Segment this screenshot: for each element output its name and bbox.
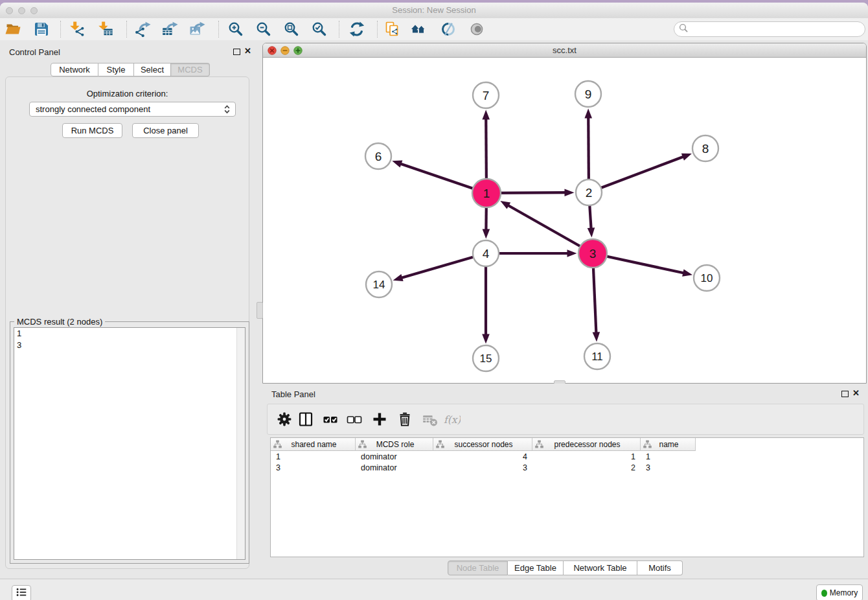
search-field[interactable]: [674, 21, 865, 37]
edge-2-8[interactable]: [589, 157, 684, 192]
table-cell[interactable]: 3: [433, 463, 532, 474]
memory-label: Memory: [830, 588, 858, 597]
zoom-out-icon[interactable]: [255, 20, 273, 38]
zoom-in-icon[interactable]: [227, 20, 245, 38]
export-image-icon[interactable]: [188, 20, 206, 38]
settings-gear-icon[interactable]: [275, 410, 294, 428]
export-network-icon[interactable]: [133, 20, 152, 38]
table-panel-title: Table Panel: [271, 389, 315, 399]
graph-node-10[interactable]: 10: [694, 265, 720, 291]
tab-select[interactable]: Select: [134, 63, 171, 76]
vertical-splitter-handle[interactable]: [257, 302, 263, 319]
table-cell[interactable]: 1: [532, 452, 641, 463]
new-network-from-selection-icon[interactable]: [383, 20, 402, 38]
edge-arrowhead: [393, 274, 404, 281]
column-header-name[interactable]: name: [641, 438, 696, 451]
edge-arrowhead: [681, 154, 692, 161]
graph-node-2[interactable]: 2: [576, 179, 602, 205]
edge-arrowhead: [392, 161, 402, 168]
edge-arrowhead: [682, 269, 692, 276]
criterion-dropdown[interactable]: strongly connected component: [29, 102, 236, 117]
column-header-MCDS-role[interactable]: MCDS role: [356, 438, 433, 451]
mcds-result-item[interactable]: 1: [14, 328, 245, 340]
mcds-result-list[interactable]: 13: [14, 327, 246, 560]
table-cell[interactable]: 3: [271, 463, 356, 474]
table-cell[interactable]: dominator: [356, 463, 433, 474]
column-header-shared-name[interactable]: shared name: [271, 438, 356, 451]
select-all-icon[interactable]: [321, 410, 340, 428]
close-panel-button[interactable]: Close panel: [132, 123, 199, 138]
toolbar-divider: [60, 21, 61, 38]
save-session-icon[interactable]: [32, 20, 51, 38]
tab-mcds[interactable]: MCDS: [171, 63, 210, 76]
tab-style[interactable]: Style: [98, 63, 134, 76]
show-graphics-details-icon[interactable]: [468, 20, 486, 38]
graph-node-3[interactable]: 3: [578, 239, 607, 268]
edge-arrowhead: [584, 108, 592, 118]
refresh-icon[interactable]: [348, 20, 366, 38]
graph-node-9[interactable]: 9: [575, 81, 601, 107]
table-cell[interactable]: 4: [433, 452, 532, 463]
graph-node-11[interactable]: 11: [584, 343, 610, 369]
table-cell[interactable]: 2: [532, 463, 641, 474]
svg-text:7: 7: [483, 89, 490, 102]
toolbar-divider: [218, 21, 219, 38]
export-table-icon[interactable]: [161, 20, 179, 38]
network-view-window: scc.txt 7968124314101511: [262, 43, 867, 384]
column-header-predecessor-nodes[interactable]: predecessor nodes: [532, 438, 641, 451]
network-window-title: scc.txt: [263, 45, 866, 55]
graph-node-14[interactable]: 14: [366, 271, 392, 297]
table-cell[interactable]: 1: [271, 452, 356, 463]
result-scrollbar[interactable]: [236, 328, 245, 559]
search-input[interactable]: [689, 23, 865, 36]
svg-text:15: 15: [480, 352, 492, 365]
table-cell[interactable]: 1: [641, 452, 696, 463]
svg-text:1: 1: [483, 187, 490, 200]
mcds-result-item[interactable]: 3: [14, 340, 245, 351]
tab-node-table[interactable]: Node Table: [448, 560, 508, 575]
dropdown-spinner-icon: [222, 104, 233, 117]
table-row[interactable]: 3dominator323: [271, 463, 696, 474]
svg-text:2: 2: [586, 186, 593, 200]
column-header-successor-nodes[interactable]: successor nodes: [433, 438, 532, 451]
close-panel-icon[interactable]: ✕: [244, 47, 251, 55]
graph-node-4[interactable]: 4: [473, 240, 499, 266]
function-builder-icon: f(x): [442, 410, 462, 428]
tab-network[interactable]: Network: [51, 63, 98, 76]
import-table-icon[interactable]: [96, 20, 114, 38]
zoom-fit-icon[interactable]: [282, 20, 301, 38]
task-history-button[interactable]: [12, 585, 31, 600]
open-session-icon[interactable]: [4, 20, 22, 38]
delete-column-icon[interactable]: [395, 410, 415, 428]
toolbar-divider: [339, 21, 339, 38]
import-network-icon[interactable]: [67, 20, 86, 38]
memory-button[interactable]: Memory: [816, 584, 863, 600]
graph-node-6[interactable]: 6: [365, 143, 391, 169]
tab-edge-table[interactable]: Edge Table: [508, 560, 564, 575]
graph-node-7[interactable]: 7: [473, 82, 499, 108]
table-cell[interactable]: dominator: [356, 452, 433, 463]
deselect-all-icon[interactable]: [345, 410, 364, 428]
graph-node-15[interactable]: 15: [473, 345, 499, 371]
run-mcds-button[interactable]: Run MCDS: [62, 123, 122, 138]
close-table-panel-icon[interactable]: ✕: [852, 389, 860, 397]
float-table-panel-icon[interactable]: [841, 391, 849, 397]
toolbar-divider: [126, 21, 127, 38]
zoom-selected-icon[interactable]: [310, 20, 328, 38]
table-row[interactable]: 1dominator411: [271, 452, 696, 463]
tab-motifs[interactable]: Motifs: [637, 560, 683, 575]
network-canvas[interactable]: 7968124314101511: [263, 57, 866, 383]
hide-graphics-details-icon[interactable]: [439, 20, 457, 38]
home-view-icon[interactable]: [409, 20, 428, 38]
criterion-value: strongly connected component: [36, 104, 150, 114]
tab-network-table[interactable]: Network Table: [564, 560, 637, 575]
window-titlebar[interactable]: Session: New Session: [0, 3, 868, 19]
column-layout-icon[interactable]: [296, 410, 315, 428]
svg-text:f(x): f(x): [444, 414, 461, 426]
float-panel-icon[interactable]: [233, 49, 240, 55]
graph-node-1[interactable]: 1: [472, 179, 501, 207]
network-window-titlebar[interactable]: scc.txt: [263, 43, 866, 58]
graph-node-8[interactable]: 8: [692, 135, 718, 161]
add-column-icon[interactable]: [370, 410, 389, 428]
table-cell[interactable]: 3: [641, 463, 696, 474]
